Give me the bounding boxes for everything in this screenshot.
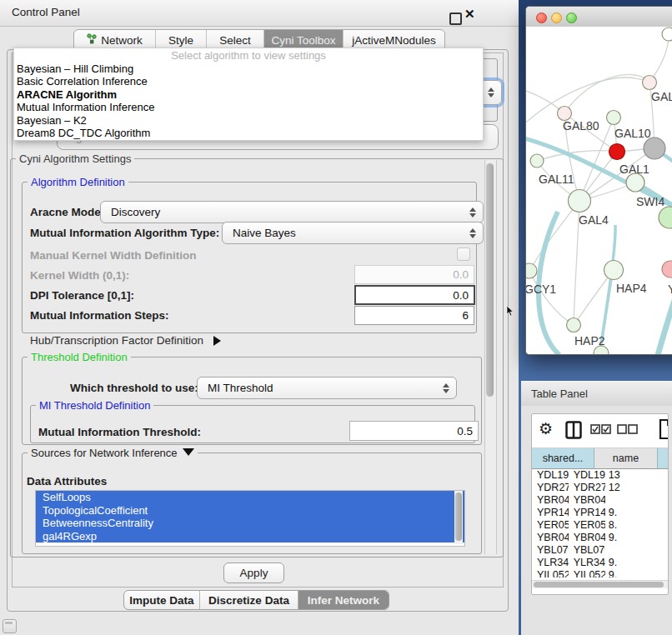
table-row[interactable]: YBL079WYBL079W	[532, 544, 668, 557]
close-window-icon[interactable]	[536, 12, 547, 23]
attribute-item-gal4rgexp[interactable]: gal4RGexp	[36, 530, 464, 543]
sources-title-text: Sources for Network Inference	[31, 447, 178, 459]
network-node-label: GAL1	[619, 162, 649, 176]
network-node[interactable]	[567, 318, 581, 332]
attribute-item-betweennesscentrality[interactable]: BetweennessCentrality	[36, 517, 464, 530]
dpi-tolerance-field[interactable]: 0.0	[354, 285, 475, 305]
network-icon	[87, 33, 97, 44]
table-row[interactable]: YPR145WYPR145W9.	[532, 507, 668, 519]
network-node-label: GAL80	[563, 119, 599, 132]
network-node-label: GAL	[651, 90, 672, 103]
network-node[interactable]	[662, 261, 672, 278]
attribute-item-topologicalcoefficient[interactable]: TopologicalCoefficient	[36, 504, 464, 518]
table-row[interactable]: YDL19...YDL19...13	[532, 469, 668, 482]
table-cell: YDL19...	[569, 469, 605, 482]
tab-discretize-data[interactable]: Discretize Data	[199, 591, 298, 609]
data-attributes-list[interactable]: SelfLoopsTopologicalCoefficientBetweenne…	[35, 490, 465, 547]
settings-scrollbar-thumb[interactable]	[486, 163, 494, 397]
manual-kernel-label: Manual Kernel Width Definition	[30, 249, 196, 262]
algorithm-option-basic-correlation-inference[interactable]: Basic Correlation Inference	[14, 75, 483, 88]
algorithm-dropdown-popup: Select algorithm to view settings Bayesi…	[13, 48, 484, 141]
table-hscrollbar-track[interactable]	[532, 580, 668, 588]
deselect-all-columns-icon[interactable]	[617, 424, 639, 435]
network-edge[interactable]	[529, 201, 579, 271]
aracne-mode-label: Aracne Mode:	[30, 206, 104, 218]
network-edge[interactable]	[564, 74, 649, 113]
zoom-window-icon[interactable]	[566, 12, 577, 23]
algorithm-option-bayesian-hill-climbing[interactable]: Bayesian – Hill Climbing	[14, 62, 483, 75]
table-row[interactable]: YDR27...YDR27...12	[532, 482, 668, 494]
network-node-label: GAL4	[579, 213, 609, 227]
tab-infer-network[interactable]: Infer Network	[298, 591, 389, 609]
table-cell: YIL052C	[532, 569, 569, 578]
network-node[interactable]	[609, 144, 625, 160]
table-cell: YBR045C	[532, 532, 569, 544]
table-cell: 9.	[605, 557, 668, 569]
algorithm-option-mutual-information-inference[interactable]: Mutual Information Inference	[14, 101, 483, 113]
network-edge[interactable]	[529, 271, 574, 325]
table-row[interactable]: YER054CYER054C8.	[532, 519, 668, 532]
network-node[interactable]	[643, 76, 657, 90]
mi-type-combobox[interactable]: Naive Bayes	[222, 222, 484, 244]
table-row[interactable]: YBR045CYBR045C9.	[532, 532, 668, 544]
table-column-header-shared[interactable]: shared...	[532, 448, 594, 469]
network-node[interactable]	[526, 263, 537, 278]
data-attributes-label: Data Attributes	[27, 475, 107, 488]
table-row[interactable]: YLR345WYLR345W9.	[532, 557, 668, 569]
network-node[interactable]	[558, 107, 572, 121]
network-node[interactable]	[659, 207, 672, 228]
settings-gear-icon[interactable]: ⚙	[539, 419, 553, 438]
tab-label: Network	[101, 34, 143, 47]
network-node-label: HAP4	[616, 282, 647, 295]
float-window-icon[interactable]	[449, 12, 462, 25]
network-window-titlebar[interactable]	[526, 7, 672, 28]
split-columns-icon[interactable]	[565, 421, 582, 439]
network-node[interactable]	[530, 154, 544, 168]
algorithm-option-aracne-algorithm[interactable]: ARACNE Algorithm	[14, 88, 483, 101]
algorithm-definition-title: Algorithm Definition	[28, 176, 128, 188]
new-column-icon[interactable]	[659, 418, 669, 440]
mi-steps-value: 6	[462, 309, 469, 322]
table-cell: YPR145W	[569, 507, 605, 519]
hub-definition-toggle[interactable]: Hub/Transcription Factor Definition	[30, 334, 221, 347]
network-node[interactable]	[662, 28, 672, 41]
network-edge[interactable]	[649, 35, 669, 82]
close-icon[interactable]: ✕	[464, 7, 475, 22]
table-cell: 9.	[605, 569, 668, 578]
network-canvas[interactable]: GALGAL80GAL10GAL1GAL11SWI4GAL4GCY1HAP4YH…	[526, 27, 672, 354]
tab-label: Select	[219, 34, 251, 47]
network-node[interactable]	[644, 138, 665, 159]
table-cell: 13	[605, 469, 668, 482]
table-cell: YBR043C	[569, 494, 605, 507]
table-row[interactable]: YBR043CYBR043C	[532, 494, 668, 507]
table-column-header-name[interactable]: name	[594, 448, 658, 469]
network-node[interactable]	[569, 190, 591, 212]
mi-steps-field[interactable]: 6	[354, 306, 474, 325]
aracne-mode-combobox[interactable]: Discovery	[100, 201, 484, 223]
mi-threshold-field[interactable]: 0.5	[349, 421, 479, 441]
algorithm-option-bayesian-k2[interactable]: Bayesian – K2	[14, 114, 483, 127]
algorithm-option-dream8-dc-tdc-algorithm[interactable]: Dream8 DC_TDC Algorithm	[14, 127, 483, 139]
attributes-scrollbar-thumb[interactable]	[455, 492, 462, 541]
mi-type-label: Mutual Information Algorithm Type:	[30, 227, 219, 239]
table-cell	[605, 494, 668, 507]
apply-button[interactable]: Apply	[223, 562, 284, 583]
network-node[interactable]	[607, 111, 621, 125]
tab-impute-data[interactable]: Impute Data	[124, 591, 199, 609]
attribute-item-selfloops[interactable]: SelfLoops	[36, 491, 464, 504]
kernel-width-field[interactable]: 0.0	[354, 265, 474, 284]
sources-group-title[interactable]: Sources for Network Inference	[28, 447, 198, 459]
network-node[interactable]	[626, 173, 644, 192]
manual-kernel-checkbox[interactable]	[457, 248, 470, 261]
table-hscrollbar-thumb[interactable]	[534, 582, 664, 588]
chevron-right-icon	[213, 336, 221, 346]
minimize-window-icon[interactable]	[551, 12, 562, 23]
table-cell: 8.	[605, 519, 668, 532]
table-row[interactable]: YIL052CYIL052C9.	[532, 569, 668, 578]
network-view-window[interactable]: GALGAL80GAL10GAL1GAL11SWI4GAL4GCY1HAP4YH…	[525, 6, 672, 355]
table-column-header-a[interactable]: A	[658, 448, 669, 469]
which-threshold-combobox[interactable]: MI Threshold	[197, 377, 457, 399]
select-all-columns-icon[interactable]	[590, 424, 612, 435]
network-node[interactable]	[604, 261, 624, 280]
panel-dock-icon[interactable]	[3, 619, 17, 633]
